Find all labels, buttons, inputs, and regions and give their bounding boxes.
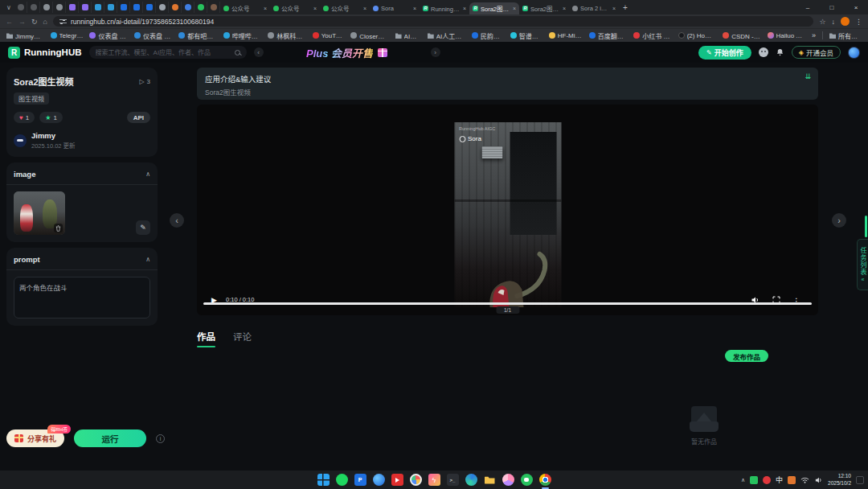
browser-tab[interactable]: R RunningHub: 高可用 ×: [420, 2, 469, 14]
tray-app-icon[interactable]: [788, 476, 796, 484]
bookmark-item[interactable]: CSDN - 专业开发者...: [723, 31, 760, 40]
url-text[interactable]: runninghub.cn/ai-detail/1973586523100680…: [71, 18, 214, 26]
terminal-icon[interactable]: >_: [447, 474, 459, 486]
image-section-header[interactable]: image ∧: [14, 170, 150, 179]
publish-button[interactable]: 发布作品: [725, 350, 768, 362]
bookmark-item[interactable]: 仪表盘 - 都有吧改...: [134, 31, 172, 40]
pinned-tab[interactable]: [104, 2, 117, 13]
pinned-tab[interactable]: [27, 2, 40, 13]
gallery-next-icon[interactable]: ›: [832, 213, 846, 228]
runninghub-logo[interactable]: R RunningHUB: [8, 47, 82, 59]
bookmark-item[interactable]: 哔哩哔哩 (゜-゜)つ...: [223, 31, 261, 40]
youtube-icon[interactable]: [391, 474, 403, 486]
user-avatar[interactable]: [848, 47, 860, 59]
tab-close-icon[interactable]: ×: [463, 6, 466, 11]
home-icon[interactable]: ⌂: [43, 18, 47, 26]
bookmark-item[interactable]: 仪表盘 - 产品经理...: [89, 31, 127, 40]
pinned-tab[interactable]: [79, 2, 92, 13]
tray-expand-icon[interactable]: ∧: [741, 477, 745, 483]
collapse-icon[interactable]: ∧: [145, 171, 150, 178]
delete-image-icon[interactable]: [54, 224, 63, 232]
pinned-tab[interactable]: [156, 2, 169, 13]
all-bookmarks-folder[interactable]: 所有书签: [829, 31, 862, 40]
info-icon[interactable]: i: [156, 434, 165, 443]
prompt-textarea[interactable]: 两个角色在战斗: [14, 277, 150, 318]
lightning-app-icon[interactable]: ϟ: [428, 474, 440, 486]
photos-app-icon[interactable]: [502, 474, 514, 486]
pinned-tab[interactable]: [66, 2, 79, 13]
bookmark-item[interactable]: CloserAI 设计大模...: [350, 31, 388, 40]
pycharm-icon[interactable]: P: [354, 474, 366, 486]
bookmark-folder[interactable]: Jimmy专用: [6, 31, 44, 40]
tray-app-icon[interactable]: [763, 476, 771, 484]
api-badge[interactable]: API: [127, 112, 150, 123]
ime-indicator[interactable]: 中: [776, 475, 783, 485]
spotify-icon[interactable]: [336, 474, 348, 486]
browser-tab[interactable]: Sora 2 is here | Open... ×: [569, 2, 619, 14]
edge-icon[interactable]: [465, 474, 477, 486]
back-icon[interactable]: ←: [6, 18, 13, 26]
browser-tab[interactable]: R Sora2图生视频 ×: [519, 2, 569, 14]
tab-close-icon[interactable]: ×: [612, 6, 616, 11]
star-badge[interactable]: ★ 1: [39, 112, 63, 123]
pinned-tab[interactable]: [143, 2, 156, 13]
notification-center-icon[interactable]: [856, 476, 864, 484]
pinned-tab[interactable]: [40, 2, 53, 13]
colorwheel-app-icon[interactable]: [410, 474, 422, 486]
browser-tab[interactable]: 公众号 ×: [270, 2, 320, 14]
tab-comments[interactable]: 评论: [233, 330, 252, 343]
bookmark-item[interactable]: HF-Mirror: [549, 32, 583, 39]
author-row[interactable]: Jimmy 2025.10.02 更新: [14, 131, 150, 150]
bookmark-item[interactable]: 小红书 - 你的生活...: [633, 31, 671, 40]
site-settings-icon[interactable]: [59, 18, 67, 25]
bookmark-item[interactable]: 百度翻译-200种语...: [589, 31, 627, 40]
browser-profile-avatar[interactable]: [841, 17, 850, 26]
bookmark-item[interactable]: (2) Home / X: [678, 32, 716, 39]
run-button[interactable]: 运行: [74, 429, 146, 447]
edit-image-icon[interactable]: ✎: [136, 220, 150, 235]
pinned-tab[interactable]: [53, 2, 66, 13]
tab-close-icon[interactable]: ×: [513, 6, 516, 11]
windows-start-icon[interactable]: [317, 474, 330, 486]
tab-close-icon[interactable]: ×: [563, 6, 566, 11]
browser-tab[interactable]: 公众号 ×: [220, 2, 270, 14]
app-tag[interactable]: 图生视频: [14, 92, 49, 105]
bookmark-item[interactable]: 都有吧改器网-产品...: [178, 31, 216, 40]
tab-close-icon[interactable]: ×: [313, 6, 317, 11]
chrome-icon[interactable]: [539, 474, 551, 486]
browser-tab[interactable]: Sora ×: [370, 2, 420, 14]
pinned-tab[interactable]: [117, 2, 130, 13]
bookmark-item[interactable]: Telegram: [51, 32, 84, 39]
close-button[interactable]: ×: [844, 0, 868, 14]
bookmark-item[interactable]: 林枫科技社: [268, 31, 305, 40]
new-tab-button[interactable]: +: [619, 3, 632, 12]
pinned-tab[interactable]: [130, 2, 143, 13]
bookmark-item[interactable]: 智谱清言: [510, 31, 542, 40]
bookmark-star-icon[interactable]: ☆: [819, 18, 825, 26]
tab-close-icon[interactable]: ×: [413, 6, 416, 11]
pinned-tab[interactable]: [207, 2, 220, 13]
speaker-icon[interactable]: [814, 476, 823, 484]
gallery-prev-icon[interactable]: ‹: [170, 213, 184, 228]
compass-app-icon[interactable]: [373, 474, 385, 486]
browser-menu-icon[interactable]: ⋮: [855, 18, 862, 26]
pinned-tab[interactable]: [169, 2, 182, 13]
prompt-section-header[interactable]: prompt ∧: [14, 255, 150, 264]
maximize-button[interactable]: □: [820, 0, 844, 14]
share-reward-button[interactable]: 分享有礼 得RH币: [6, 429, 64, 447]
pinned-tab[interactable]: [14, 2, 27, 13]
expand-more-icon[interactable]: ⇊: [805, 72, 811, 80]
download-icon[interactable]: ↓: [832, 18, 836, 26]
address-bar[interactable]: runninghub.cn/ai-detail/1973586523100680…: [53, 16, 813, 27]
taskbar-clock[interactable]: 12:10 2025/10/2: [828, 473, 851, 486]
bookmarks-overflow-icon[interactable]: »: [812, 31, 816, 39]
wechat-icon[interactable]: [521, 474, 533, 486]
bookmark-item[interactable]: Hailuo AI: Transfor...: [768, 32, 805, 39]
collapse-icon[interactable]: ∧: [145, 256, 150, 263]
reload-icon[interactable]: ↻: [31, 18, 38, 26]
tray-wechat-icon[interactable]: [750, 476, 758, 484]
bookmark-folder[interactable]: AI绘画: [395, 31, 421, 40]
author-avatar[interactable]: [14, 134, 27, 147]
task-list-rail[interactable]: 任务列表 «: [857, 239, 868, 290]
tab-search-icon[interactable]: ∨: [3, 2, 14, 13]
